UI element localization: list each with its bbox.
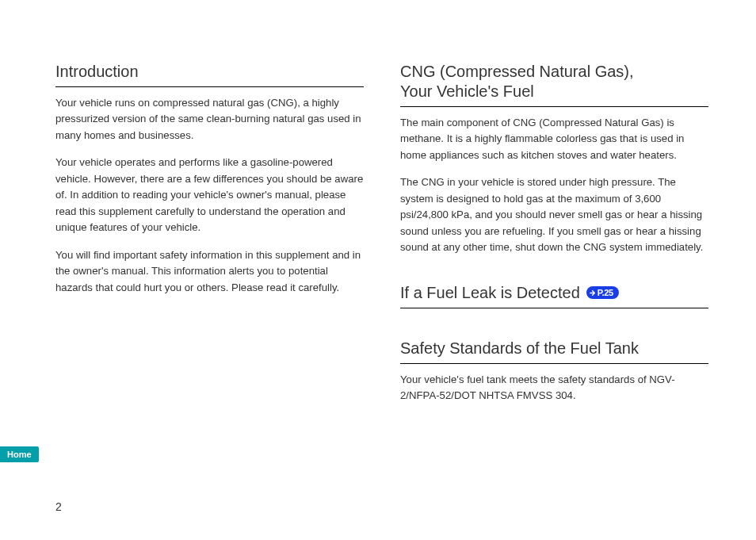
safety-standards-heading: Safety Standards of the Fuel Tank [400,339,708,364]
intro-paragraph-1: Your vehicle runs on compressed natural … [55,95,364,144]
page-reference-label: P.25 [598,288,613,297]
intro-paragraph-2: Your vehicle operates and performs like … [55,155,364,236]
home-tab[interactable]: Home [0,446,39,462]
safety-standards-block: Safety Standards of the Fuel Tank Your v… [400,339,708,404]
introduction-heading: Introduction [55,62,364,87]
cng-paragraph-2: The CNG in your vehicle is stored under … [400,174,708,255]
fuel-leak-heading: If a Fuel Leak is Detected [400,283,580,303]
left-column: Introduction Your vehicle runs on compre… [55,62,364,416]
intro-paragraph-3: You will find important safety informati… [55,247,364,296]
page-content: Introduction Your vehicle runs on compre… [0,0,756,447]
right-column: CNG (Compressed Natural Gas), Your Vehic… [400,62,708,416]
cng-paragraph-1: The main component of CNG (Compressed Na… [400,115,708,163]
arrow-right-icon [590,289,597,297]
page-reference-badge[interactable]: P.25 [586,286,619,299]
cng-heading-line2: Your Vehicle's Fuel [400,82,534,100]
safety-paragraph-1: Your vehicle's fuel tank meets the safet… [400,372,708,404]
fuel-leak-heading-row: If a Fuel Leak is Detected P.25 [400,283,708,308]
page-number: 2 [55,500,62,513]
cng-heading: CNG (Compressed Natural Gas), Your Vehic… [400,62,708,107]
cng-heading-line1: CNG (Compressed Natural Gas), [400,63,634,80]
